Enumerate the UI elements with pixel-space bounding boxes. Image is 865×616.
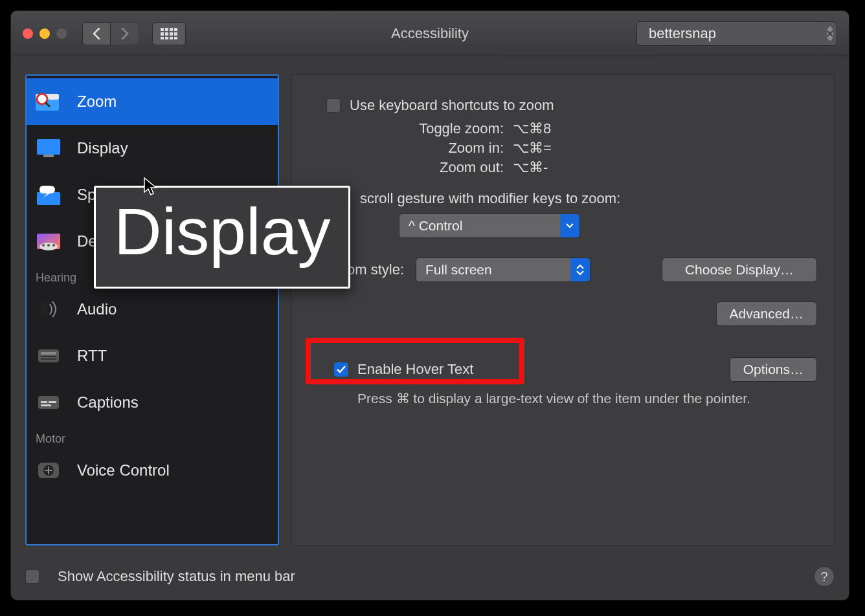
sidebar-item-label: Audio — [77, 300, 117, 318]
captions-icon — [33, 390, 64, 415]
speech-icon — [33, 182, 64, 208]
footer: Show Accessibility status in menu bar ? — [11, 553, 849, 600]
forward-button — [111, 22, 139, 45]
help-button[interactable]: ? — [814, 566, 835, 587]
keyboard-shortcuts-label: Use keyboard shortcuts to zoom — [350, 97, 554, 114]
sidebar-item-display[interactable]: Display — [27, 125, 278, 171]
shortcut-row: Zoom in: ⌥⌘= — [308, 140, 817, 157]
sidebar-section-motor: Motor — [27, 426, 278, 447]
sidebar[interactable]: Zoom Display Speech Descriptions H — [25, 74, 279, 545]
minimize-icon[interactable] — [39, 28, 50, 39]
hover-text-hint: Press ⌘ to display a large-text view of … — [357, 391, 817, 406]
svg-rect-33 — [49, 401, 56, 403]
svg-rect-32 — [41, 401, 47, 403]
svg-rect-30 — [41, 358, 56, 360]
svg-rect-8 — [161, 37, 164, 39]
zoom-window-icon — [56, 28, 67, 39]
svg-rect-34 — [41, 404, 51, 406]
sidebar-item-label: RTT — [77, 347, 107, 365]
hover-text-label: Enable Hover Text — [357, 361, 473, 378]
shortcut-key: Zoom out: — [440, 159, 504, 176]
shortcut-value: ⌥⌘- — [513, 159, 571, 176]
descriptions-icon — [33, 228, 64, 254]
svg-point-24 — [42, 244, 45, 247]
search-field[interactable] — [636, 21, 837, 46]
modifier-key-value: ^ Control — [409, 218, 462, 234]
keyboard-shortcuts-checkbox[interactable] — [326, 98, 341, 113]
svg-rect-1 — [165, 28, 168, 31]
hover-text-checkbox[interactable] — [334, 362, 348, 377]
svg-point-26 — [52, 244, 55, 247]
voice-control-icon — [33, 457, 64, 483]
search-input[interactable] — [649, 25, 827, 42]
sidebar-item-label: Display — [77, 139, 128, 157]
body: Zoom Display Speech Descriptions H — [11, 56, 849, 553]
titlebar: Accessibility — [11, 11, 849, 56]
svg-rect-4 — [161, 32, 164, 36]
sidebar-item-label: Captions — [77, 393, 139, 412]
sidebar-item-label: Zoom — [77, 93, 117, 111]
sidebar-item-label: Voice Control — [77, 461, 170, 479]
svg-rect-6 — [170, 32, 173, 36]
audio-icon — [33, 296, 64, 322]
svg-rect-3 — [174, 28, 177, 31]
shortcut-row: Zoom out: ⌥⌘- — [308, 159, 817, 176]
hover-text-tooltip: Display — [94, 186, 350, 289]
nav-buttons — [82, 22, 139, 45]
svg-rect-18 — [37, 139, 60, 155]
svg-rect-10 — [170, 37, 173, 39]
svg-rect-2 — [170, 28, 173, 31]
zoom-style-value: Full screen — [425, 262, 492, 278]
shortcut-key: Zoom in: — [448, 140, 504, 157]
zoom-style-dropdown[interactable]: Full screen — [416, 258, 590, 282]
svg-rect-0 — [161, 28, 164, 31]
close-icon[interactable] — [23, 28, 33, 39]
shortcut-value: ⌥⌘8 — [513, 120, 571, 137]
sidebar-item-audio[interactable]: Audio — [27, 286, 278, 333]
shortcut-value: ⌥⌘= — [513, 140, 571, 157]
shortcut-key: Toggle zoom: — [419, 120, 504, 137]
content-pane: Use keyboard shortcuts to zoom Toggle zo… — [291, 74, 835, 545]
svg-rect-19 — [43, 155, 54, 157]
svg-rect-9 — [165, 37, 168, 39]
svg-rect-7 — [174, 32, 177, 36]
hover-text-options-button[interactable]: Options… — [730, 357, 817, 382]
sidebar-item-zoom[interactable]: Zoom — [27, 78, 278, 125]
chevron-down-icon — [560, 214, 579, 237]
clear-search-button[interactable] — [827, 27, 833, 41]
traffic-lights — [23, 28, 67, 39]
zoom-icon — [33, 89, 64, 115]
advanced-button[interactable]: Advanced… — [716, 302, 817, 326]
modifier-key-dropdown[interactable]: ^ Control — [399, 214, 580, 238]
svg-rect-11 — [174, 37, 177, 39]
shortcut-row: Toggle zoom: ⌥⌘8 — [308, 120, 817, 137]
grid-icon — [161, 28, 177, 39]
choose-display-button[interactable]: Choose Display… — [662, 258, 817, 282]
svg-rect-29 — [41, 356, 56, 357]
display-icon — [33, 135, 64, 161]
preferences-window: Accessibility Zoom Display — [10, 10, 849, 600]
sidebar-item-rtt[interactable]: RTT — [27, 333, 278, 379]
svg-point-25 — [47, 244, 50, 247]
svg-rect-5 — [165, 32, 168, 36]
scroll-gesture-label: scroll gesture with modifier keys to zoo… — [360, 190, 817, 207]
rtt-icon — [33, 343, 64, 369]
chevron-updown-icon — [570, 258, 590, 281]
back-button[interactable] — [82, 22, 111, 45]
svg-rect-28 — [41, 352, 56, 355]
status-menubar-label: Show Accessibility status in menu bar — [58, 568, 295, 585]
keyboard-shortcuts-row: Use keyboard shortcuts to zoom — [326, 97, 817, 114]
show-all-button[interactable] — [152, 22, 186, 45]
status-menubar-checkbox[interactable] — [25, 569, 39, 584]
sidebar-item-voice-control[interactable]: Voice Control — [27, 447, 278, 494]
sidebar-item-captions[interactable]: Captions — [27, 379, 278, 426]
